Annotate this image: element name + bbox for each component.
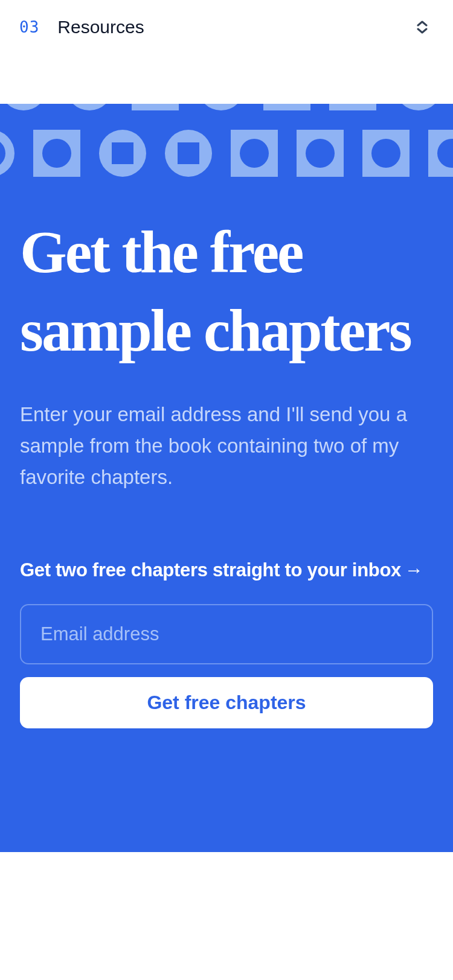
arrow-right-icon: → bbox=[405, 559, 423, 581]
svg-rect-2 bbox=[132, 104, 179, 110]
svg-point-11 bbox=[42, 139, 71, 168]
hero-section: Get the free sample chapters Enter your … bbox=[0, 104, 453, 852]
submit-button[interactable]: Get free chapters bbox=[20, 677, 433, 728]
bottom-section bbox=[0, 852, 453, 973]
svg-point-9 bbox=[395, 104, 442, 110]
svg-point-15 bbox=[306, 139, 335, 168]
top-nav[interactable]: 03 Resources bbox=[0, 0, 453, 54]
hero-heading: Get the free sample chapters bbox=[20, 213, 433, 370]
nav-number: 03 bbox=[19, 18, 39, 36]
svg-point-1 bbox=[66, 104, 113, 110]
decorative-pattern bbox=[0, 104, 453, 177]
svg-rect-7 bbox=[329, 104, 376, 110]
form-label: Get two free chapters straight to your i… bbox=[20, 559, 433, 581]
svg-point-13 bbox=[240, 139, 269, 168]
email-input[interactable] bbox=[20, 604, 433, 664]
selector-icon[interactable] bbox=[417, 21, 428, 34]
svg-point-0 bbox=[0, 104, 47, 110]
svg-point-4 bbox=[198, 104, 245, 110]
hero-description: Enter your email address and I'll send y… bbox=[20, 399, 433, 493]
svg-point-17 bbox=[371, 139, 400, 168]
spacer bbox=[0, 54, 453, 104]
svg-rect-5 bbox=[263, 104, 310, 110]
nav-label: Resources bbox=[57, 17, 144, 37]
